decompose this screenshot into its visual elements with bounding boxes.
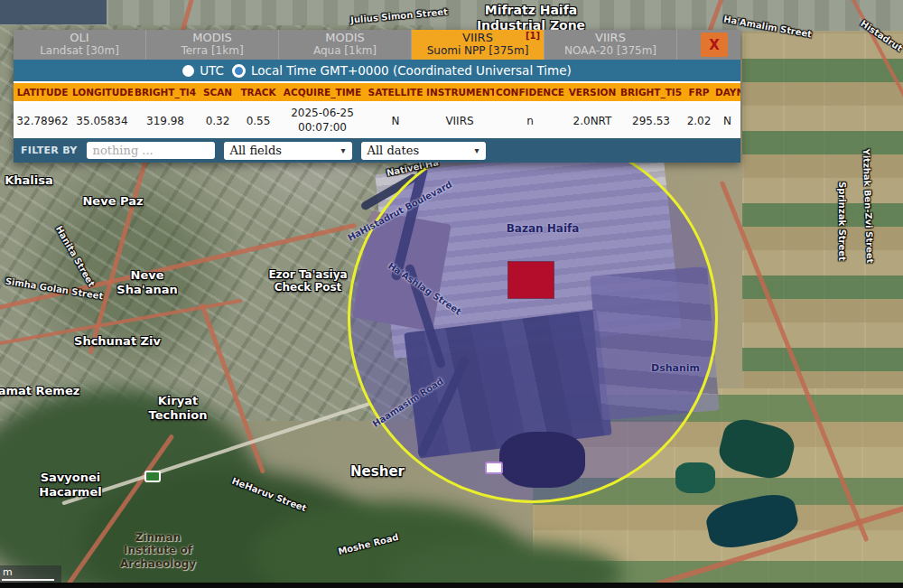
tab-label-line1: MODIS (325, 32, 365, 45)
time-toggle-bar: UTC Local Time GMT+0000 (Coordinated Uni… (14, 60, 740, 81)
filter-input[interactable] (87, 142, 215, 159)
tab-viirs-noaa-20[interactable]: VIIRSNOAA-20 [375m] (545, 30, 677, 60)
cell-frp: 2.02 (684, 103, 714, 138)
cell-bright_ti5: 295.53 (619, 103, 684, 138)
col-track: TRACK (237, 81, 279, 103)
cell-scan: 0.32 (198, 103, 237, 138)
local-time-radio[interactable] (232, 64, 246, 78)
cell-bright_ti4: 319.98 (133, 103, 198, 138)
tab-label-line2: Suomi NPP [375m] (427, 45, 529, 58)
tab-label-line1: VIIRS (595, 32, 626, 45)
tab-viirs-suomi-npp[interactable]: VIIRSSuomi NPP [375m][1] (412, 30, 545, 60)
col-scan: SCAN (198, 81, 237, 103)
route-shield-icon (485, 462, 503, 474)
tab-label-line2: Aqua [1km] (313, 45, 377, 58)
tab-modis-terra[interactable]: MODISTerra [1km] (146, 30, 279, 60)
map-sea (0, 0, 107, 24)
table-header-row: LATITUDELONGITUDEBRIGHT_TI4SCANTRACKACQU… (14, 81, 740, 103)
cell-longitude: 35.05834 (71, 103, 133, 138)
tab-label-line1: VIIRS (462, 32, 493, 45)
utc-radio[interactable] (182, 65, 194, 77)
local-time-option[interactable]: Local Time GMT+0000 (Coordinated Univers… (232, 63, 572, 78)
scale-bar: m (0, 565, 61, 583)
attribution-bar (0, 583, 903, 588)
cell-track: 0.55 (237, 103, 279, 138)
col-bright_ti5: BRIGHT_TI5 (619, 81, 684, 103)
tab-modis-aqua[interactable]: MODISAqua [1km] (279, 30, 412, 60)
cell-instrument: VIIRS (425, 103, 494, 138)
fields-select[interactable]: All fields ▾ (224, 142, 352, 160)
table-data-row: 32.7896235.05834319.980.320.552025-06-25… (14, 103, 740, 138)
screen: Julius Simon StreetMifratz Haifa Industr… (0, 0, 903, 588)
utc-label: UTC (200, 63, 224, 78)
selection-circle (348, 133, 718, 503)
tab-label-line1: MODIS (192, 32, 232, 45)
cell-latitude: 32.78962 (14, 103, 71, 138)
utc-option[interactable]: UTC (182, 63, 224, 78)
scale-unit: m (3, 566, 13, 578)
map-pond (675, 462, 715, 493)
cell-version: 2.0NRT (566, 103, 619, 138)
col-acquire_time: ACQUIRE_TIME (279, 81, 366, 103)
dates-select[interactable]: All dates ▾ (361, 142, 486, 160)
tab-count-badge: [1] (526, 31, 540, 41)
tab-label-line2: NOAA-20 [375m] (564, 45, 656, 58)
chevron-down-icon: ▾ (341, 146, 346, 155)
cell-confidence: n (494, 103, 566, 138)
tab-label-line1: OLI (70, 32, 88, 45)
tab-bar-end (729, 30, 740, 60)
col-bright_ti4: BRIGHT_TI4 (133, 81, 198, 103)
col-frp: FRP (684, 81, 714, 103)
col-confidence: CONFIDENCE (494, 81, 566, 103)
fields-select-value: All fields (230, 144, 282, 157)
dates-select-value: All dates (368, 144, 420, 157)
filter-bar: FILTER BY All fields ▾ All dates ▾ (14, 138, 740, 163)
col-version: VERSION (566, 81, 619, 103)
local-time-label: Local Time GMT+0000 (Coordinated Univers… (251, 63, 572, 78)
scale-line (2, 579, 54, 581)
cell-satellite: N (366, 103, 425, 138)
cell-dayn: N (714, 103, 740, 138)
filter-label: FILTER BY (21, 145, 78, 156)
col-instrument: INSTRUMENT (425, 81, 494, 103)
col-dayn: DAYN (714, 81, 740, 103)
col-longitude: LONGITUDE (71, 81, 133, 103)
col-latitude: LATITUDE (14, 81, 71, 103)
tab-label-line2: Landsat [30m] (40, 45, 119, 58)
satellite-tab-bar: OLILandsat [30m]MODISTerra [1km]MODISAqu… (14, 30, 740, 60)
tab-bar-filler (677, 30, 701, 60)
tab-oli-landsat[interactable]: OLILandsat [30m] (14, 30, 146, 60)
col-satellite: SATELLITE (366, 81, 425, 103)
cell-acquire_time: 2025-06-2500:07:00 (279, 103, 366, 138)
fire-detection-marker[interactable] (508, 262, 554, 298)
close-panel-button[interactable]: X (701, 33, 728, 57)
fire-data-panel: OLILandsat [30m]MODISTerra [1km]MODISAqu… (14, 30, 740, 163)
tab-label-line2: Terra [1km] (181, 45, 243, 58)
route-shield-icon (144, 471, 161, 482)
chevron-down-icon: ▾ (475, 146, 479, 155)
